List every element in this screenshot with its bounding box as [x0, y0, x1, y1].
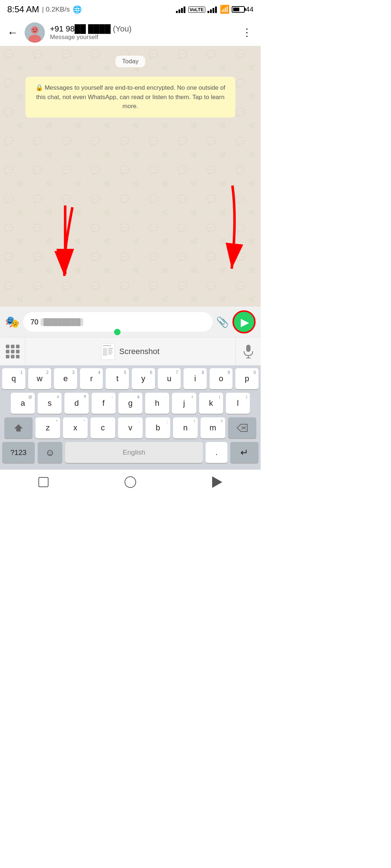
- grid-dots-icon: [6, 345, 20, 358]
- triangle-icon: [212, 476, 222, 488]
- chat-header: ← +91 98██ ████ (You) Message yourself ⋮: [0, 19, 261, 46]
- keyboard-row-1: 1q 2w 3e 4r 5t 6y 7u 8i 9o 0p: [2, 368, 258, 389]
- send-button[interactable]: ▶: [232, 310, 256, 333]
- chat-content: Today 🔒 Messages to yourself are end-to-…: [0, 46, 261, 129]
- key-b[interactable]: ;b: [146, 417, 170, 438]
- avatar-svg: [25, 22, 45, 43]
- battery-icon: [232, 6, 245, 13]
- svg-point-4: [33, 29, 34, 30]
- date-badge: Today: [115, 56, 145, 67]
- emoji-key[interactable]: ☺: [38, 442, 62, 463]
- svg-point-5: [36, 29, 37, 30]
- wifi-icon: 📶: [220, 5, 230, 14]
- signal-icon-2: [207, 6, 218, 13]
- input-typed-value: 70: [30, 318, 38, 326]
- key-t[interactable]: 5t: [106, 368, 129, 389]
- screenshot-suggestion[interactable]: Screenshot: [25, 337, 235, 365]
- back-nav-button[interactable]: [203, 473, 232, 491]
- microphone-button[interactable]: [235, 337, 261, 365]
- keyboard: 1q 2w 3e 4r 5t 6y 7u 8i 9o 0p @a #s ₹d -…: [0, 365, 261, 469]
- attach-button[interactable]: 📎: [216, 316, 229, 328]
- nav-bar: [0, 469, 261, 494]
- svg-point-3: [31, 26, 38, 34]
- date-wrapper: Today: [6, 52, 255, 71]
- status-left: 8:54 AM | 0.2KB/s 🌐: [7, 4, 82, 14]
- contact-avatar[interactable]: [25, 22, 45, 43]
- key-o[interactable]: 9o: [210, 368, 233, 389]
- keyboard-grid-button[interactable]: [0, 337, 25, 365]
- key-a[interactable]: @a: [11, 393, 35, 414]
- key-x[interactable]: "x: [63, 417, 88, 438]
- key-i[interactable]: 8i: [184, 368, 207, 389]
- key-v[interactable]: :v: [118, 417, 143, 438]
- back-button[interactable]: ←: [6, 25, 20, 40]
- key-d[interactable]: ₹d: [64, 393, 88, 414]
- key-r[interactable]: 4r: [80, 368, 103, 389]
- circle-icon: [125, 476, 136, 488]
- key-z[interactable]: *z: [35, 417, 60, 438]
- backspace-icon: [236, 424, 248, 432]
- screenshot-label: Screenshot: [119, 347, 159, 356]
- battery-level: 44: [246, 5, 253, 13]
- key-y[interactable]: 6y: [132, 368, 155, 389]
- cursor-indicator: [114, 329, 121, 335]
- more-options-button[interactable]: ⋮: [239, 25, 255, 40]
- status-right: VoLTE 📶 44: [176, 5, 253, 14]
- period-key[interactable]: .: [206, 442, 227, 463]
- key-m[interactable]: ?m: [201, 417, 225, 438]
- contact-status: Message yourself: [50, 34, 234, 41]
- avatar-inner: [25, 22, 45, 43]
- enter-key[interactable]: ↵: [230, 442, 258, 463]
- home-button[interactable]: [116, 473, 145, 491]
- contact-name: +91 98██ ████ (You): [50, 24, 234, 34]
- arrow-left: [36, 205, 87, 285]
- speed-display: | 0.2KB/s: [42, 5, 70, 13]
- numbers-key[interactable]: ?123: [2, 442, 35, 463]
- key-s[interactable]: #s: [38, 393, 62, 414]
- mic-icon: [243, 345, 254, 358]
- send-icon: ▶: [241, 316, 249, 328]
- status-bar: 8:54 AM | 0.2KB/s 🌐 VoLTE 📶 44: [0, 0, 261, 19]
- emoji-button[interactable]: 🎭: [5, 315, 20, 329]
- shift-key[interactable]: [4, 417, 33, 438]
- key-k[interactable]: (k: [199, 393, 223, 414]
- key-h[interactable]: -h: [145, 393, 169, 414]
- svg-marker-16: [14, 424, 23, 431]
- contact-info: +91 98██ ████ (You) Message yourself: [50, 24, 234, 41]
- key-p[interactable]: 0p: [235, 368, 258, 389]
- key-e[interactable]: 3e: [54, 368, 77, 389]
- carrier-icon: 🌐: [73, 5, 82, 14]
- message-input-field[interactable]: 70 ████████: [23, 312, 213, 332]
- square-icon: [38, 477, 49, 487]
- keyboard-row-2: @a #s ₹d -f &g -h +j (k )l: [2, 393, 258, 414]
- arrow-right: [211, 184, 247, 278]
- key-q[interactable]: 1q: [2, 368, 25, 389]
- screenshot-thumbnail: [101, 343, 115, 360]
- svg-rect-13: [246, 345, 251, 352]
- message-input-area: 🎭 70 ████████ 📎 ▶: [0, 307, 261, 337]
- backspace-key[interactable]: [228, 417, 256, 438]
- shift-icon: [13, 423, 24, 433]
- input-suggestion-text: ████████: [41, 318, 83, 326]
- key-f[interactable]: -f: [92, 393, 115, 414]
- encryption-notice[interactable]: 🔒 Messages to yourself are end-to-end en…: [25, 77, 235, 118]
- key-u[interactable]: 7u: [158, 368, 181, 389]
- key-w[interactable]: 2w: [28, 368, 51, 389]
- battery-container: 44: [232, 5, 253, 13]
- suggestion-bar: Screenshot: [0, 337, 261, 365]
- space-key[interactable]: English: [65, 442, 203, 463]
- chat-area: 💬 🌿 Today 🔒 Messages to yourself are end…: [0, 46, 261, 307]
- key-c[interactable]: 'c: [91, 417, 115, 438]
- recent-apps-button[interactable]: [29, 473, 58, 491]
- signal-icon: [176, 6, 186, 13]
- keyboard-row-3: *z "x 'c :v ;b !n ?m: [2, 417, 258, 438]
- key-n[interactable]: !n: [173, 417, 198, 438]
- keyboard-row-bottom: ?123 ☺ English . ↵: [2, 442, 258, 463]
- key-g[interactable]: &g: [118, 393, 142, 414]
- key-j[interactable]: +j: [172, 393, 196, 414]
- key-l[interactable]: )l: [226, 393, 250, 414]
- volte-icon: VoLTE: [188, 7, 205, 13]
- time-display: 8:54 AM: [7, 4, 39, 14]
